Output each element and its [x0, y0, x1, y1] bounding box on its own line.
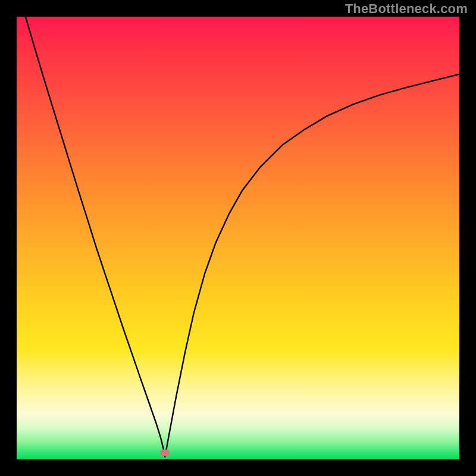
- min-marker: [160, 449, 170, 456]
- watermark-text: TheBottleneck.com: [345, 1, 468, 17]
- chart-frame: TheBottleneck.com: [0, 0, 476, 476]
- bottleneck-curve: [17, 17, 459, 457]
- curve-layer: [17, 17, 459, 459]
- plot-area: [17, 17, 459, 459]
